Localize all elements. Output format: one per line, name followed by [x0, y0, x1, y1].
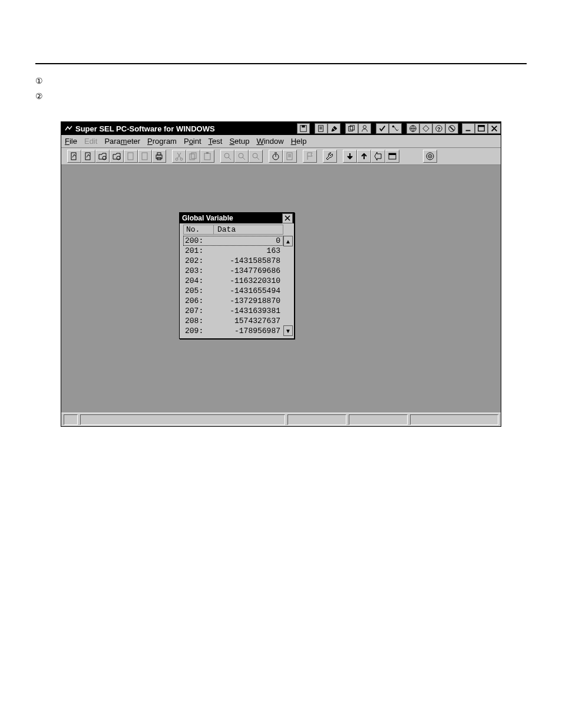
table-row[interactable]: 203:-1347769686: [183, 266, 283, 276]
scroll-down-icon[interactable]: ▼: [283, 325, 293, 336]
vertical-scrollbar[interactable]: ▲ ▼: [283, 236, 293, 336]
status-pane-5: [410, 414, 498, 425]
menu-point[interactable]: Point: [184, 137, 201, 146]
svg-rect-3: [349, 127, 353, 131]
app-window: Super SEL PC-Software for WINDOWS ? File…: [61, 121, 501, 427]
close-icon[interactable]: [282, 213, 293, 223]
table-row[interactable]: 209:-178956987: [183, 326, 283, 336]
svg-point-31: [253, 153, 257, 158]
row-no: 209:: [184, 327, 210, 335]
inner-titlebar: Global Variable: [180, 213, 294, 223]
svg-rect-21: [157, 153, 161, 155]
svg-rect-19: [142, 153, 147, 160]
menu-file[interactable]: File: [65, 137, 77, 146]
tb-print-button[interactable]: [152, 150, 166, 163]
row-value: -1431655494: [210, 286, 283, 295]
row-no: 207:: [184, 307, 210, 315]
menu-edit: Edit: [84, 137, 97, 146]
close-button[interactable]: [488, 123, 501, 134]
tb-file-new-a-button[interactable]: [67, 150, 81, 163]
tb-file-c-button: [124, 150, 138, 163]
menu-parameter[interactable]: Parameter: [104, 137, 140, 146]
tb-timer-button[interactable]: [269, 150, 283, 163]
tb-arrow-left-button[interactable]: [371, 150, 385, 163]
table-row[interactable]: 207:-1431639381: [183, 306, 283, 316]
scroll-track[interactable]: [283, 246, 293, 325]
tb-file-new-b-button[interactable]: [81, 150, 95, 163]
menu-test[interactable]: Test: [209, 137, 223, 146]
user-button[interactable]: [358, 123, 371, 134]
tb-window-button[interactable]: [385, 150, 399, 163]
tb-copy-button: [186, 150, 200, 163]
globe-button[interactable]: [406, 123, 419, 134]
row-value: -1431639381: [210, 307, 283, 315]
table-row[interactable]: 205:-1431655494: [183, 286, 283, 296]
svg-point-24: [180, 158, 183, 160]
statusbar: [61, 413, 501, 426]
menu-window[interactable]: Window: [256, 137, 283, 146]
mdi-client-area: Global Variable No. Data 200:0201:163202…: [61, 165, 501, 413]
menubar: FileEditParameterProgramPointTestSetupWi…: [61, 135, 501, 148]
table-row[interactable]: 208:1574327637: [183, 316, 283, 326]
check-button[interactable]: [376, 123, 389, 134]
help-button[interactable]: ?: [432, 123, 445, 134]
tb-file-open-a-button[interactable]: [95, 150, 110, 163]
tb-find-b-button: [234, 150, 249, 163]
svg-point-6: [392, 126, 395, 128]
tb-find-c-button: [249, 150, 263, 163]
status-pane-2: [80, 414, 285, 425]
row-value: -1431585878: [210, 256, 283, 265]
table-row[interactable]: 202:-1431585878: [183, 256, 283, 266]
run-button[interactable]: [389, 123, 402, 134]
tb-file-d-button: [138, 150, 152, 163]
svg-rect-1: [302, 126, 305, 128]
menu-help[interactable]: Help: [291, 137, 307, 146]
menu-setup[interactable]: Setup: [229, 137, 249, 146]
rows-container: 200:0201:163202:-1431585878203:-13477696…: [183, 236, 283, 336]
tb-arrow-down-button[interactable]: [343, 150, 357, 163]
doc-button[interactable]: [315, 123, 328, 134]
row-value: 0: [210, 236, 283, 245]
row-value: -178956987: [210, 327, 283, 335]
row-no: 200:: [184, 236, 210, 245]
save-button[interactable]: [297, 123, 310, 134]
maximize-button[interactable]: [475, 123, 488, 134]
scroll-up-icon[interactable]: ▲: [283, 236, 293, 246]
stop-button[interactable]: [445, 123, 458, 134]
svg-rect-4: [350, 126, 354, 130]
diamond-button[interactable]: [419, 123, 432, 134]
tb-paste-button: [200, 150, 214, 163]
row-no: 206:: [184, 297, 210, 305]
cards-button[interactable]: [345, 123, 358, 134]
inner-title-text: Global Variable: [182, 214, 282, 222]
table-row[interactable]: 204:-1163220310: [183, 276, 283, 286]
svg-text:?: ?: [437, 126, 440, 132]
svg-point-29: [224, 153, 229, 158]
table-row[interactable]: 200:0: [183, 236, 283, 246]
tb-find-a-button: [220, 150, 234, 163]
menu-program[interactable]: Program: [147, 137, 177, 146]
svg-rect-2: [319, 126, 323, 132]
app-title: Super SEL PC-Software for WINDOWS: [75, 124, 215, 133]
tb-arrow-up-button[interactable]: [357, 150, 371, 163]
svg-point-38: [429, 156, 431, 157]
row-no: 208:: [184, 317, 210, 325]
tb-cut-button: [172, 150, 186, 163]
tb-target-button[interactable]: [423, 150, 437, 163]
svg-point-30: [239, 153, 243, 158]
svg-rect-33: [287, 153, 292, 160]
table-row[interactable]: 201:163: [183, 246, 283, 256]
table-row[interactable]: 206:-1372918870: [183, 296, 283, 306]
minimize-button[interactable]: [462, 123, 475, 134]
step-1: ①Select Test (T) → Global Variable from …: [35, 73, 527, 88]
col-data-header: Data: [213, 225, 283, 235]
row-value: -1372918870: [210, 297, 283, 305]
row-value: -1347769686: [210, 266, 283, 275]
pencil-button[interactable]: [328, 123, 340, 134]
svg-point-23: [176, 158, 178, 160]
svg-rect-18: [128, 153, 133, 160]
svg-rect-13: [478, 126, 485, 127]
tb-tool-button[interactable]: [323, 150, 337, 163]
row-no: 205:: [184, 286, 210, 295]
tb-file-open-b-button[interactable]: [110, 150, 124, 163]
